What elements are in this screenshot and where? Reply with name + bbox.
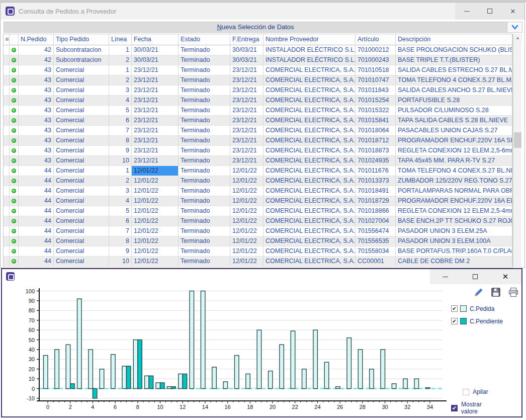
- row-selector-cell[interactable]: [4, 216, 10, 226]
- cell-tipo[interactable]: Comercial: [54, 226, 109, 236]
- cell-tipo[interactable]: Subcontratacion: [54, 55, 109, 65]
- row-selector-cell[interactable]: [4, 106, 10, 116]
- row-selector-cell[interactable]: [4, 116, 10, 126]
- cell-descripcion[interactable]: PASADOR UNION 3 ELEM.100A: [396, 236, 512, 246]
- table-row[interactable]: 43Comercial723/12/21Terminado23/12/21COM…: [4, 126, 512, 136]
- cell-descripcion[interactable]: BASE PORTAFUS.TRIP.160A T.0 C/PLACA S: [396, 246, 512, 257]
- cell-pedido[interactable]: 43: [19, 96, 54, 106]
- maximize-button[interactable]: [478, 3, 501, 20]
- chart-maximize-button[interactable]: [460, 269, 490, 284]
- column-header[interactable]: Nombre Proveedor: [264, 34, 356, 45]
- row-selector-cell[interactable]: [4, 96, 10, 106]
- vertical-scrollbar[interactable]: ▲: [513, 34, 521, 269]
- cell-estado[interactable]: Terminado: [179, 216, 230, 226]
- cell-fecha[interactable]: 12/01/22: [132, 206, 179, 216]
- cell-proveedor[interactable]: COMERCIAL ELECTRICA, S.A.: [264, 116, 356, 126]
- option-checkbox[interactable]: [463, 389, 469, 395]
- cell-entrega[interactable]: 23/12/21: [230, 65, 264, 75]
- table-row[interactable]: 44Comercial512/01/22Terminado12/01/22COM…: [4, 206, 512, 216]
- minimize-button[interactable]: [455, 3, 478, 20]
- cell-tipo[interactable]: Comercial: [54, 86, 109, 96]
- cell-linea[interactable]: 4: [109, 96, 132, 106]
- cell-proveedor[interactable]: COMERCIAL ELECTRICA, S.A.: [264, 96, 356, 106]
- cell-pedido[interactable]: 43: [19, 116, 54, 126]
- cell-descripcion[interactable]: PULSADOR C/LUMINOSO S.28: [396, 106, 512, 116]
- cell-articulo[interactable]: 701013373: [356, 176, 396, 186]
- close-button[interactable]: ✕: [501, 3, 524, 20]
- cell-estado[interactable]: Terminado: [179, 126, 230, 136]
- cell-proveedor[interactable]: COMERCIAL ELECTRICA, S.A.: [264, 136, 356, 146]
- cell-fecha[interactable]: 23/12/21: [132, 75, 179, 86]
- cell-pedido[interactable]: 44: [19, 186, 54, 196]
- cell-proveedor[interactable]: COMERCIAL ELECTRICA, S.A.: [264, 166, 356, 176]
- cell-tipo[interactable]: Subcontratacion: [54, 45, 109, 55]
- cell-tipo[interactable]: Comercial: [54, 196, 109, 206]
- cell-entrega[interactable]: 23/12/21: [230, 86, 264, 96]
- cell-linea[interactable]: 6: [109, 116, 132, 126]
- cell-estado[interactable]: Terminado: [179, 65, 230, 75]
- cell-proveedor[interactable]: COMERCIAL ELECTRICA, S.A.: [264, 106, 356, 116]
- cell-estado[interactable]: Terminado: [179, 186, 230, 196]
- cell-proveedor[interactable]: COMERCIAL ELECTRICA, S.A.: [264, 176, 356, 186]
- cell-tipo[interactable]: Comercial: [54, 216, 109, 226]
- cell-linea[interactable]: 3: [109, 186, 132, 196]
- cell-pedido[interactable]: 43: [19, 156, 54, 166]
- cell-estado[interactable]: Terminado: [179, 206, 230, 216]
- cell-pedido[interactable]: 44: [19, 216, 54, 226]
- cell-descripcion[interactable]: PROGRAMADOR ENCHUF.220V 16A SINC: [396, 136, 512, 146]
- cell-estado[interactable]: Terminado: [179, 156, 230, 166]
- cell-articulo[interactable]: 701024935: [356, 156, 396, 166]
- cell-fecha[interactable]: 12/01/22: [132, 176, 179, 186]
- column-header[interactable]: Fecha: [132, 34, 179, 45]
- cell-estado[interactable]: Terminado: [179, 196, 230, 206]
- row-selector-cell[interactable]: [4, 176, 10, 186]
- save-icon[interactable]: [490, 287, 501, 297]
- cell-estado[interactable]: Terminado: [179, 236, 230, 246]
- cell-pedido[interactable]: 43: [19, 75, 54, 86]
- cell-fecha[interactable]: 23/12/21: [132, 86, 179, 96]
- row-selector-cell[interactable]: [4, 86, 10, 96]
- cell-entrega[interactable]: 23/12/21: [230, 126, 264, 136]
- cell-linea[interactable]: 5: [109, 106, 132, 116]
- cell-tipo[interactable]: Comercial: [54, 126, 109, 136]
- cell-fecha[interactable]: 12/01/22: [132, 236, 179, 246]
- cell-tipo[interactable]: Comercial: [54, 106, 109, 116]
- cell-pedido[interactable]: 43: [19, 65, 54, 75]
- cell-pedido[interactable]: 43: [19, 106, 54, 116]
- cell-proveedor[interactable]: COMERCIAL ELECTRICA, S.A.: [264, 196, 356, 206]
- table-row[interactable]: 43Comercial1023/12/21Terminado23/12/21CO…: [4, 156, 512, 166]
- cell-pedido[interactable]: 44: [19, 176, 54, 186]
- cell-proveedor[interactable]: COMERCIAL ELECTRICA, S.A.: [264, 75, 356, 86]
- cell-pedido[interactable]: 44: [19, 166, 54, 176]
- cell-estado[interactable]: Terminado: [179, 75, 230, 86]
- cell-descripcion[interactable]: TAPA SALIDA CABLES S.28 BL.NIEVE: [396, 116, 512, 126]
- cell-articulo[interactable]: 701011676: [356, 166, 396, 176]
- cell-proveedor[interactable]: COMERCIAL ELECTRICA, S.A.: [264, 156, 356, 166]
- cell-descripcion[interactable]: BASE PROLONGACION SCHUKO (BLISTE: [396, 45, 512, 55]
- edit-pencil-icon[interactable]: [473, 287, 484, 297]
- cell-tipo[interactable]: Comercial: [54, 236, 109, 246]
- cell-entrega[interactable]: 23/12/21: [230, 116, 264, 126]
- cell-estado[interactable]: Terminado: [179, 257, 230, 267]
- cell-tipo[interactable]: Comercial: [54, 176, 109, 186]
- cell-fecha[interactable]: 23/12/21: [132, 96, 179, 106]
- cell-entrega[interactable]: 12/01/22: [230, 166, 264, 176]
- cell-pedido[interactable]: 43: [19, 86, 54, 96]
- cell-entrega[interactable]: 23/12/21: [230, 96, 264, 106]
- cell-entrega[interactable]: 12/01/22: [230, 186, 264, 196]
- table-row[interactable]: 44Comercial712/01/22Terminado12/01/22COM…: [4, 226, 512, 236]
- cell-linea[interactable]: 9: [109, 246, 132, 257]
- cell-descripcion[interactable]: PORTAFUSIBLE S.28: [396, 96, 512, 106]
- cell-entrega[interactable]: 23/12/21: [230, 156, 264, 166]
- cell-proveedor[interactable]: COMERCIAL ELECTRICA, S.A.: [264, 226, 356, 236]
- cell-articulo[interactable]: 701556474: [356, 226, 396, 236]
- cell-fecha[interactable]: 23/12/21: [132, 65, 179, 75]
- cell-articulo[interactable]: 701010518: [356, 65, 396, 75]
- row-selector-cell[interactable]: [4, 126, 10, 136]
- cell-articulo[interactable]: 701558034: [356, 246, 396, 257]
- row-selector-cell[interactable]: [4, 55, 10, 65]
- chart-minimize-button[interactable]: [430, 269, 460, 284]
- cell-proveedor[interactable]: COMERCIAL ELECTRICA, S.A.: [264, 246, 356, 257]
- table-row[interactable]: 44Comercial1012/01/22Terminado12/01/22CO…: [4, 257, 512, 267]
- cell-articulo[interactable]: 701015254: [356, 96, 396, 106]
